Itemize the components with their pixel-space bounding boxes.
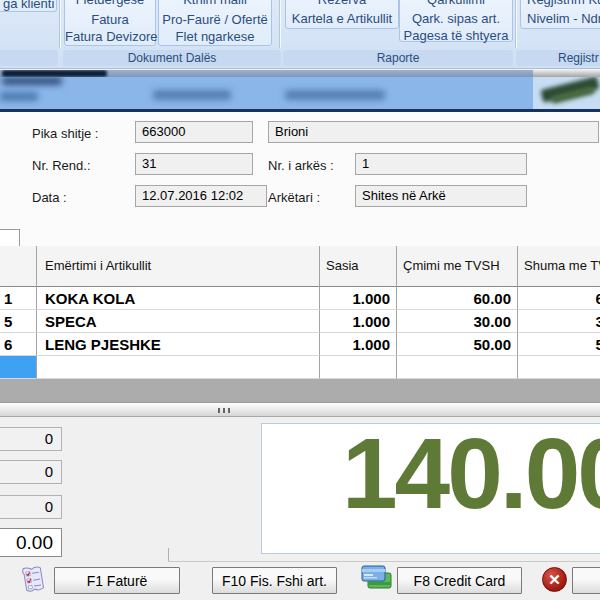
ribbon-separator (59, 0, 61, 48)
row-sasia: 1.000 (320, 310, 397, 333)
row-name (37, 356, 320, 379)
row-code: 6 (0, 333, 37, 356)
nr-arkes-field[interactable]: 1 (355, 153, 527, 175)
ribbon-separator (515, 0, 517, 48)
blurred-title-text (2, 70, 107, 77)
ribbon-button-fatura-stack[interactable]: Fletdërgesë Fatura Fatura Devizore (64, 0, 156, 46)
column-header-sasia[interactable]: Sasia (320, 246, 397, 287)
row-cmimi: 60.00 (397, 287, 518, 310)
ribbon-item-rezerva[interactable]: Rezerva (286, 0, 398, 8)
grid-empty-area (0, 379, 600, 402)
ribbon-button-regjistrim-stack[interactable]: Regjistrim Ku Nivelim - Ndr (520, 0, 600, 29)
cut-right-button[interactable] (572, 567, 600, 594)
row-name: KOKA KOLA (37, 287, 320, 310)
table-header-row: Emërtimi i Artikullit Sasia Çmimi me TVS… (0, 246, 600, 287)
amount-field-2[interactable]: 0 (0, 460, 62, 484)
row-cmimi: 50.00 (397, 333, 518, 356)
amount-paid-field[interactable]: 0.00 (0, 528, 62, 557)
banner-logo-area (533, 77, 600, 109)
blurred-banner-text (285, 90, 385, 100)
header-banner (0, 77, 533, 109)
ribbon-group-label-regjistr: Regjistr (516, 50, 600, 66)
label-nr-arkes: Nr. i arkës : (268, 158, 334, 173)
row-sasia: 1.000 (320, 287, 397, 310)
invoice-document-icon[interactable] (20, 563, 48, 595)
row-cmimi: 30.00 (397, 310, 518, 333)
pika-shitje-name-field[interactable]: Brioni (268, 121, 599, 143)
row-shuma (518, 356, 600, 379)
f8-credit-card-button[interactable]: F8 Credit Card (397, 567, 522, 594)
ribbon-group-label-dokument-dales: Dokument Dalës (63, 50, 281, 66)
ribbon-button-kartela-stack[interactable]: Rezerva Kartela e Artikullit (285, 0, 399, 29)
table-row[interactable]: 5 SPECA 1.000 30.00 30.00 (0, 310, 600, 333)
amount-field-3[interactable]: 0 (0, 495, 62, 519)
row-shuma: 50.00 (518, 333, 600, 356)
splitter-grip-icon (218, 408, 230, 413)
f1-fature-button[interactable]: F1 Faturë (54, 567, 180, 594)
selected-row-indicator (0, 356, 37, 379)
grand-total-display: 140.00 (261, 423, 600, 554)
ribbon-group-label-cut (0, 50, 58, 66)
row-code: 5 (0, 310, 37, 333)
credit-card-icon[interactable] (360, 563, 393, 593)
blurred-banner-text (153, 90, 231, 100)
row-shuma: 30.00 (518, 310, 600, 333)
row-shuma: 60.00 (518, 287, 600, 310)
nr-rend-field[interactable]: 31 (135, 153, 253, 175)
amount-field-1[interactable]: 0 (0, 427, 62, 451)
row-sasia (320, 356, 397, 379)
close-icon[interactable]: ✕ (542, 567, 567, 592)
column-header-emertimi[interactable]: Emërtimi i Artikullit (37, 246, 320, 287)
table-row[interactable]: 1 KOKA KOLA 1.000 60.00 60.00 (0, 287, 600, 310)
ribbon-separator (279, 0, 281, 48)
row-name: LENG PJESHKE (37, 333, 320, 356)
ribbon-item-fatura[interactable]: Fatura (65, 12, 155, 28)
ribbon-button-profature-stack[interactable]: Kthim malli Pro-Faurë / Ofertë Flet ngar… (158, 0, 272, 46)
ribbon-item-flet-ngarkese[interactable]: Flet ngarkese (159, 29, 271, 45)
table-row[interactable]: 6 LENG PJESHKE 1.000 50.00 50.00 (0, 333, 600, 356)
column-header-shuma[interactable]: Shuma me TVSH (518, 246, 600, 287)
ribbon-item-qarkullimi[interactable]: Qarkullimi (400, 0, 512, 8)
f10-fshi-art-button[interactable]: F10 Fis. Fshi art. (212, 567, 337, 594)
row-cmimi (397, 356, 518, 379)
ribbon-group-label-raporte: Raporte (283, 50, 513, 66)
ribbon-item-fletdergese[interactable]: Fletdërgesë (65, 0, 155, 8)
ribbon-item-pagesa-te-shtyera[interactable]: Pagesa të shtyera (400, 28, 512, 44)
ribbon-item-nivelim[interactable]: Nivelim - Ndr (521, 11, 600, 27)
grand-total-value: 140.00 (342, 423, 600, 531)
ribbon-item-pro-faure[interactable]: Pro-Faurë / Ofertë (159, 12, 271, 28)
blurred-banner-text (2, 77, 62, 85)
row-name: SPECA (37, 310, 320, 333)
ribbon-button-cut-left[interactable]: ga klienti (0, 0, 57, 12)
label-pika-shitje: Pika shitje : (32, 126, 98, 141)
ribbon-item-regjistrim[interactable]: Regjistrim Ku (521, 0, 600, 8)
pika-shitje-code-field[interactable]: 663000 (135, 121, 253, 143)
label-arketari: Arkëtari : (268, 190, 320, 205)
ribbon-item-qark-sipas-art[interactable]: Qark. sipas art. (400, 11, 512, 27)
ribbon-button-qarkullimi-stack[interactable]: Qarkullimi Qark. sipas art. Pagesa të sh… (399, 0, 513, 42)
blurred-banner-text (0, 92, 38, 101)
ribbon-button-label: ga klienti (0, 0, 56, 12)
data-field[interactable]: 12.07.2016 12:02 (135, 185, 267, 207)
column-header-rownum[interactable] (0, 246, 37, 287)
ribbon-toolbar: ga klienti Fletdërgesë Fatura Fatura Dev… (0, 0, 600, 69)
row-sasia: 1.000 (320, 333, 397, 356)
payment-panel: 0 0 0 0.00 140.00 F1 Faturë F10 Fis. Fsh… (0, 417, 600, 600)
splitter-handle[interactable] (0, 402, 600, 417)
label-data: Data : (32, 190, 67, 205)
row-code: 1 (0, 287, 37, 310)
column-header-cmimi[interactable]: Çmimi me TVSH (397, 246, 518, 287)
invoice-header-panel: Pika shitje : 663000 Brioni Nr. Rend.: 3… (0, 112, 600, 246)
ribbon-item-kthim-malli[interactable]: Kthim malli (159, 0, 271, 8)
title-strip-right (533, 70, 600, 77)
panel-divider (168, 561, 600, 562)
label-nr-rend: Nr. Rend.: (32, 158, 91, 173)
panel-divider (168, 548, 169, 561)
table-new-row[interactable] (0, 356, 600, 379)
items-table: Emërtimi i Artikullit Sasia Çmimi me TVS… (0, 246, 600, 402)
arketari-field[interactable]: Shites në Arkë (355, 185, 527, 207)
ribbon-item-fatura-devizore[interactable]: Fatura Devizore (65, 29, 155, 45)
title-strip (0, 70, 533, 77)
ribbon-item-kartela-artikullit[interactable]: Kartela e Artikullit (286, 11, 398, 27)
